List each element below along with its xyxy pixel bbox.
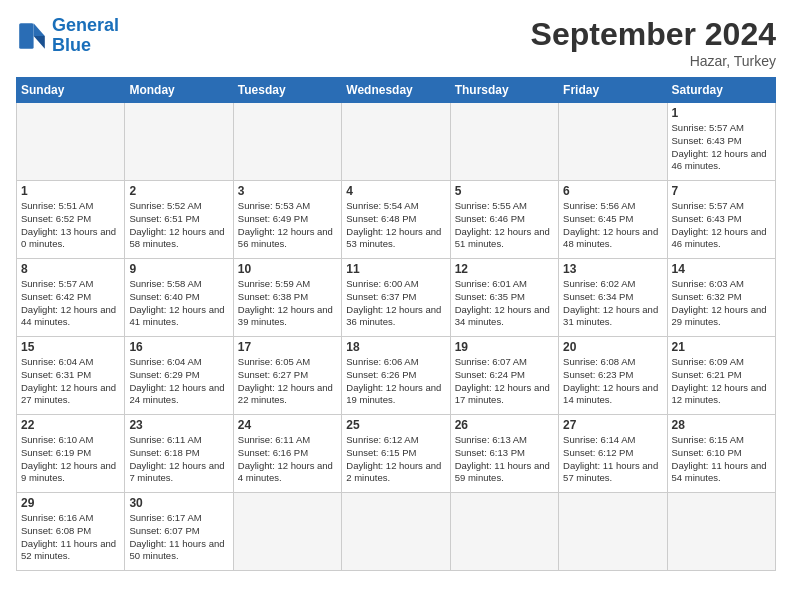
sunrise: Sunrise: 6:16 AM [21,512,93,523]
day-number: 24 [238,418,337,432]
calendar-cell [450,103,558,181]
calendar-cell [233,103,341,181]
sunset: Sunset: 6:29 PM [129,369,199,380]
sunset: Sunset: 6:42 PM [21,291,91,302]
daylight: Daylight: 12 hours and 46 minutes. [672,148,767,172]
sunset: Sunset: 6:46 PM [455,213,525,224]
day-info: Sunrise: 6:03 AMSunset: 6:32 PMDaylight:… [672,278,771,329]
day-info: Sunrise: 6:02 AMSunset: 6:34 PMDaylight:… [563,278,662,329]
day-number: 13 [563,262,662,276]
sunrise: Sunrise: 5:59 AM [238,278,310,289]
day-number: 4 [346,184,445,198]
daylight: Daylight: 12 hours and 22 minutes. [238,382,333,406]
weekday-header-monday: Monday [125,78,233,103]
day-number: 9 [129,262,228,276]
sunrise: Sunrise: 5:57 AM [672,122,744,133]
day-info: Sunrise: 5:54 AMSunset: 6:48 PMDaylight:… [346,200,445,251]
day-info: Sunrise: 5:55 AMSunset: 6:46 PMDaylight:… [455,200,554,251]
daylight: Daylight: 12 hours and 58 minutes. [129,226,224,250]
sunset: Sunset: 6:21 PM [672,369,742,380]
weekday-header-thursday: Thursday [450,78,558,103]
day-number: 23 [129,418,228,432]
calendar-cell: 21Sunrise: 6:09 AMSunset: 6:21 PMDayligh… [667,337,775,415]
day-info: Sunrise: 5:57 AMSunset: 6:43 PMDaylight:… [672,122,771,173]
day-number: 17 [238,340,337,354]
sunset: Sunset: 6:48 PM [346,213,416,224]
calendar-cell: 26Sunrise: 6:13 AMSunset: 6:13 PMDayligh… [450,415,558,493]
sunset: Sunset: 6:12 PM [563,447,633,458]
calendar-cell: 5Sunrise: 5:55 AMSunset: 6:46 PMDaylight… [450,181,558,259]
day-info: Sunrise: 5:52 AMSunset: 6:51 PMDaylight:… [129,200,228,251]
calendar-cell: 17Sunrise: 6:05 AMSunset: 6:27 PMDayligh… [233,337,341,415]
calendar-page: General Blue September 2024 Hazar, Turke… [0,0,792,612]
sunset: Sunset: 6:27 PM [238,369,308,380]
sunset: Sunset: 6:19 PM [21,447,91,458]
day-number: 10 [238,262,337,276]
sunrise: Sunrise: 6:01 AM [455,278,527,289]
day-info: Sunrise: 6:11 AMSunset: 6:18 PMDaylight:… [129,434,228,485]
sunset: Sunset: 6:49 PM [238,213,308,224]
day-info: Sunrise: 5:58 AMSunset: 6:40 PMDaylight:… [129,278,228,329]
sunrise: Sunrise: 6:02 AM [563,278,635,289]
logo-blue: Blue [52,35,91,55]
week-row-3: 15Sunrise: 6:04 AMSunset: 6:31 PMDayligh… [17,337,776,415]
weekday-header-sunday: Sunday [17,78,125,103]
sunset: Sunset: 6:32 PM [672,291,742,302]
daylight: Daylight: 12 hours and 2 minutes. [346,460,441,484]
day-info: Sunrise: 6:16 AMSunset: 6:08 PMDaylight:… [21,512,120,563]
day-info: Sunrise: 5:53 AMSunset: 6:49 PMDaylight:… [238,200,337,251]
calendar-cell: 3Sunrise: 5:53 AMSunset: 6:49 PMDaylight… [233,181,341,259]
sunset: Sunset: 6:43 PM [672,135,742,146]
week-row-2: 8Sunrise: 5:57 AMSunset: 6:42 PMDaylight… [17,259,776,337]
title-area: September 2024 Hazar, Turkey [531,16,776,69]
day-number: 21 [672,340,771,354]
calendar-cell: 19Sunrise: 6:07 AMSunset: 6:24 PMDayligh… [450,337,558,415]
logo: General Blue [16,16,119,56]
calendar-cell: 15Sunrise: 6:04 AMSunset: 6:31 PMDayligh… [17,337,125,415]
sunset: Sunset: 6:34 PM [563,291,633,302]
day-number: 11 [346,262,445,276]
daylight: Daylight: 11 hours and 50 minutes. [129,538,224,562]
day-info: Sunrise: 6:01 AMSunset: 6:35 PMDaylight:… [455,278,554,329]
sunrise: Sunrise: 5:57 AM [672,200,744,211]
day-number: 1 [21,184,120,198]
sunset: Sunset: 6:16 PM [238,447,308,458]
sunrise: Sunrise: 6:13 AM [455,434,527,445]
day-info: Sunrise: 6:11 AMSunset: 6:16 PMDaylight:… [238,434,337,485]
week-row-4: 22Sunrise: 6:10 AMSunset: 6:19 PMDayligh… [17,415,776,493]
calendar-cell: 23Sunrise: 6:11 AMSunset: 6:18 PMDayligh… [125,415,233,493]
day-number: 15 [21,340,120,354]
daylight: Daylight: 12 hours and 48 minutes. [563,226,658,250]
calendar-cell: 4Sunrise: 5:54 AMSunset: 6:48 PMDaylight… [342,181,450,259]
sunset: Sunset: 6:08 PM [21,525,91,536]
sunset: Sunset: 6:35 PM [455,291,525,302]
day-number: 25 [346,418,445,432]
day-number: 14 [672,262,771,276]
sunrise: Sunrise: 6:00 AM [346,278,418,289]
sunset: Sunset: 6:52 PM [21,213,91,224]
daylight: Daylight: 12 hours and 17 minutes. [455,382,550,406]
sunrise: Sunrise: 5:53 AM [238,200,310,211]
day-info: Sunrise: 6:12 AMSunset: 6:15 PMDaylight:… [346,434,445,485]
day-number: 29 [21,496,120,510]
day-number: 6 [563,184,662,198]
sunrise: Sunrise: 5:56 AM [563,200,635,211]
calendar-cell: 12Sunrise: 6:01 AMSunset: 6:35 PMDayligh… [450,259,558,337]
sunset: Sunset: 6:37 PM [346,291,416,302]
sunrise: Sunrise: 6:11 AM [238,434,310,445]
calendar-cell: 25Sunrise: 6:12 AMSunset: 6:15 PMDayligh… [342,415,450,493]
calendar-cell: 22Sunrise: 6:10 AMSunset: 6:19 PMDayligh… [17,415,125,493]
calendar-cell: 9Sunrise: 5:58 AMSunset: 6:40 PMDaylight… [125,259,233,337]
sunset: Sunset: 6:10 PM [672,447,742,458]
calendar-cell: 7Sunrise: 5:57 AMSunset: 6:43 PMDaylight… [667,181,775,259]
calendar-cell [450,493,558,571]
calendar-table: SundayMondayTuesdayWednesdayThursdayFrid… [16,77,776,571]
calendar-cell: 1Sunrise: 5:51 AMSunset: 6:52 PMDaylight… [17,181,125,259]
sunrise: Sunrise: 6:10 AM [21,434,93,445]
calendar-cell: 29Sunrise: 6:16 AMSunset: 6:08 PMDayligh… [17,493,125,571]
calendar-cell: 13Sunrise: 6:02 AMSunset: 6:34 PMDayligh… [559,259,667,337]
day-number: 7 [672,184,771,198]
daylight: Daylight: 11 hours and 52 minutes. [21,538,116,562]
daylight: Daylight: 11 hours and 54 minutes. [672,460,767,484]
day-info: Sunrise: 5:51 AMSunset: 6:52 PMDaylight:… [21,200,120,251]
